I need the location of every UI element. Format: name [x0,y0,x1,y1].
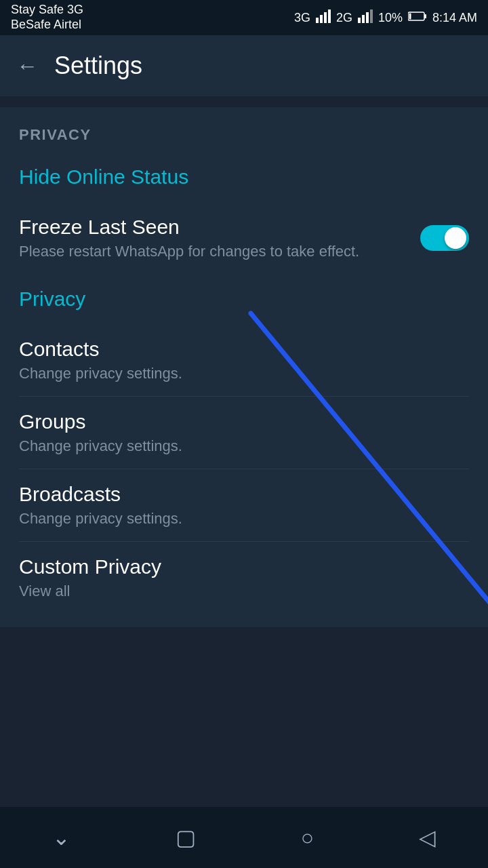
main-content: PRIVACY Hide Online Status Freeze Last S… [0,107,488,627]
groups-title: Groups [19,410,469,433]
freeze-last-seen-toggle[interactable] [420,225,469,251]
groups-item[interactable]: Groups Change privacy settings. [0,397,488,469]
status-bar: Stay Safe 3G BeSafe Airtel 3G 2G [0,0,488,35]
battery-icon [408,11,427,25]
freeze-last-seen-subtitle: Please restart WhatsApp for changes to t… [19,243,407,260]
network2-label: 2G [336,11,352,25]
svg-rect-5 [362,15,365,23]
svg-rect-6 [366,12,369,23]
back-button[interactable]: ← [16,54,38,79]
privacy-subsection-header: Privacy [0,274,488,324]
broadcasts-item[interactable]: Broadcasts Change privacy settings. [0,469,488,541]
status-icons: 3G 2G 10% [294,9,477,26]
app-name: BeSafe Airtel [11,18,83,33]
network1-label: 3G [294,11,310,25]
time: 8:14 AM [432,11,477,25]
freeze-last-seen-title: Freeze Last Seen [19,216,407,239]
privacy-label: Privacy [19,288,85,310]
contacts-item[interactable]: Contacts Change privacy settings. [0,324,488,396]
svg-rect-1 [320,15,323,23]
carrier-name: Stay Safe 3G [11,3,83,18]
groups-subtitle: Change privacy settings. [19,437,469,455]
privacy-section-header: PRIVACY [0,107,488,152]
bottom-nav: ⌄ ▢ ○ ◁ [0,807,488,868]
page-title: Settings [54,52,142,80]
top-bar: ← Settings [0,35,488,96]
signal-icon-2 [358,9,373,26]
nav-circle-icon[interactable]: ○ [301,825,314,850]
contacts-title: Contacts [19,338,469,361]
hide-online-status-label[interactable]: Hide Online Status [19,165,188,188]
broadcasts-subtitle: Change privacy settings. [19,510,469,528]
custom-privacy-item[interactable]: Custom Privacy View all [0,542,488,614]
contacts-subtitle: Change privacy settings. [19,365,469,382]
battery-level: 10% [378,11,403,25]
svg-rect-4 [358,18,361,23]
nav-square-icon[interactable]: ▢ [176,825,196,850]
custom-privacy-title: Custom Privacy [19,555,469,578]
hide-online-status-item[interactable]: Hide Online Status [0,152,488,202]
svg-rect-3 [328,9,331,23]
signal-icon-1 [316,9,331,26]
svg-rect-2 [324,12,327,23]
custom-privacy-subtitle: View all [19,583,469,600]
nav-triangle-icon[interactable]: ◁ [419,825,436,850]
svg-rect-10 [409,13,411,19]
broadcasts-title: Broadcasts [19,483,469,506]
svg-rect-9 [424,14,426,18]
svg-rect-7 [370,9,373,23]
svg-rect-0 [316,18,319,23]
nav-chevron-icon[interactable]: ⌄ [52,825,70,850]
freeze-last-seen-item[interactable]: Freeze Last Seen Please restart WhatsApp… [0,202,488,274]
carrier-info: Stay Safe 3G BeSafe Airtel [11,3,83,32]
